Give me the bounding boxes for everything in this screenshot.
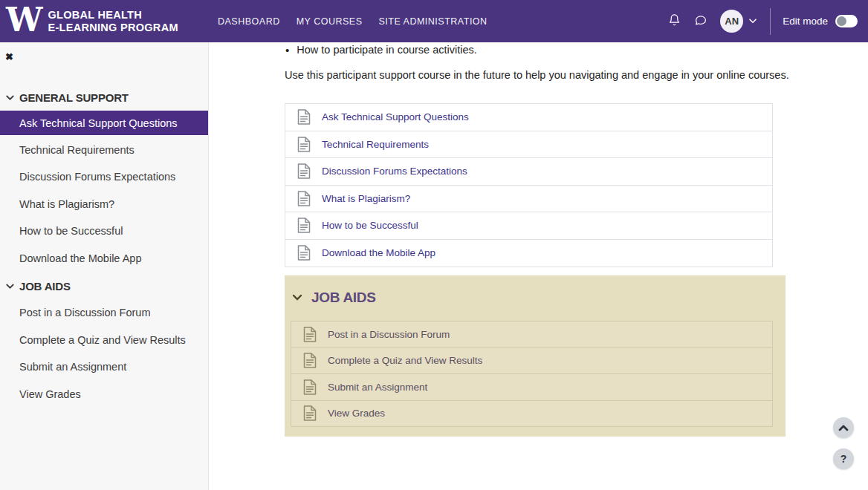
primary-nav: DASHBOARD MY COURSES SITE ADMINISTRATION	[210, 0, 496, 42]
sidebar-item-post-in-a-discussion-forum[interactable]: Post in a Discussion Forum	[0, 299, 208, 327]
sidebar-item-how-to-be-successful[interactable]: How to be Successful	[0, 218, 208, 245]
job-aids-section: JOB AIDS Post in a Discussion Forum	[285, 275, 786, 437]
site-title-line2: E-LEARNING PROGRAM	[48, 22, 178, 34]
file-row: Post in a Discussion Forum	[291, 321, 773, 348]
sidebar-section-title: JOB AIDS	[19, 280, 71, 293]
file-row: What is Plagiarism?	[285, 186, 772, 213]
user-menu-button[interactable]: AN	[720, 10, 757, 33]
sidebar-section-job-aids-items: Post in a Discussion Forum Complete a Qu…	[0, 299, 208, 408]
top-navbar: W GLOBAL HEALTH E-LEARNING PROGRAM DASHB…	[0, 0, 868, 42]
header-divider	[770, 8, 771, 35]
file-row: Complete a Quiz and View Results	[291, 347, 773, 375]
bullet-text: How to participate in course activities.	[297, 44, 477, 56]
help-button[interactable]: ?	[833, 448, 854, 469]
file-link-view-grades[interactable]: View Grades	[328, 408, 385, 419]
course-index-sidebar: ✖ GENERAL SUPPORT Ask Technical Support …	[0, 42, 209, 490]
edit-mode-label: Edit mode	[783, 16, 828, 27]
page: W GLOBAL HEALTH E-LEARNING PROGRAM DASHB…	[0, 0, 868, 490]
sidebar-item-complete-a-quiz-and-view-results[interactable]: Complete a Quiz and View Results	[0, 327, 208, 354]
chat-bubble-icon	[694, 14, 707, 29]
file-link-how-to-be-successful[interactable]: How to be Successful	[322, 220, 418, 231]
close-drawer-button[interactable]: ✖	[5, 52, 13, 62]
file-link-discussion-forums-expectations[interactable]: Discussion Forums Expectations	[322, 166, 467, 177]
document-icon	[297, 191, 311, 206]
sidebar-item-discussion-forums-expectations[interactable]: Discussion Forums Expectations	[0, 163, 208, 191]
file-link-post-in-a-discussion-forum[interactable]: Post in a Discussion Forum	[328, 329, 450, 340]
header-right-controls: AN Edit mode	[661, 0, 858, 42]
sidebar-section-general-support[interactable]: GENERAL SUPPORT	[6, 89, 208, 105]
sidebar-section-general-support-items: Ask Technical Support Questions Technica…	[0, 111, 208, 272]
nav-dashboard[interactable]: DASHBOARD	[210, 16, 288, 27]
document-icon	[303, 353, 317, 368]
site-logo[interactable]: W GLOBAL HEALTH E-LEARNING PROGRAM	[0, 7, 178, 36]
file-link-download-the-mobile-app[interactable]: Download the Mobile App	[322, 247, 435, 258]
back-to-top-button[interactable]	[833, 417, 854, 438]
intro-paragraph: Use this participant support course in t…	[285, 68, 805, 82]
toggle-knob-icon	[837, 16, 846, 26]
job-aids-title: JOB AIDS	[311, 290, 376, 306]
file-link-submit-an-assignment[interactable]: Submit an Assignment	[328, 382, 427, 393]
document-icon	[303, 379, 317, 395]
messages-button[interactable]	[687, 14, 714, 29]
notifications-button[interactable]	[661, 13, 687, 29]
bullet-list-item: • How to participate in course activitie…	[285, 42, 477, 57]
job-aids-section-header[interactable]: JOB AIDS	[292, 290, 376, 306]
sidebar-item-submit-an-assignment[interactable]: Submit an Assignment	[0, 353, 208, 381]
file-row: How to be Successful	[285, 212, 772, 240]
file-row: View Grades	[291, 400, 773, 428]
edit-mode-toggle[interactable]	[835, 15, 858, 27]
file-link-ask-technical-support-questions[interactable]: Ask Technical Support Questions	[322, 111, 469, 122]
nav-my-courses[interactable]: MY COURSES	[288, 16, 371, 27]
bullet-dot: •	[285, 44, 289, 56]
file-row: Download the Mobile App	[285, 240, 772, 267]
chevron-up-icon	[838, 422, 849, 434]
job-aids-file-list: Post in a Discussion Forum Complete a Qu…	[291, 321, 773, 427]
file-row: Technical Requirements	[285, 131, 772, 159]
site-title-line1: GLOBAL HEALTH	[48, 9, 178, 22]
sidebar-section-job-aids[interactable]: JOB AIDS	[6, 278, 208, 294]
document-icon	[303, 327, 317, 342]
file-link-technical-requirements[interactable]: Technical Requirements	[322, 139, 429, 150]
sidebar-item-what-is-plagiarism[interactable]: What is Plagiarism?	[0, 191, 208, 218]
sidebar-item-ask-technical-support-questions[interactable]: Ask Technical Support Questions	[0, 111, 208, 135]
chevron-down-icon	[6, 91, 14, 104]
question-mark-icon: ?	[841, 453, 847, 465]
chevron-down-icon	[292, 291, 302, 304]
general-support-file-list: Ask Technical Support Questions Technica…	[285, 103, 773, 267]
close-icon: ✖	[5, 51, 13, 62]
avatar: AN	[720, 10, 743, 33]
sidebar-item-download-the-mobile-app[interactable]: Download the Mobile App	[0, 245, 208, 272]
document-icon	[297, 245, 311, 261]
sidebar-item-technical-requirements[interactable]: Technical Requirements	[0, 137, 208, 164]
document-icon	[303, 405, 317, 421]
document-icon	[297, 137, 311, 152]
uw-w-logo-icon: W	[6, 4, 42, 36]
nav-site-administration[interactable]: SITE ADMINISTRATION	[371, 16, 496, 27]
chevron-down-icon	[6, 279, 14, 293]
sidebar-section-title: GENERAL SUPPORT	[19, 91, 129, 104]
file-row: Discussion Forums Expectations	[285, 158, 772, 186]
site-title: GLOBAL HEALTH E-LEARNING PROGRAM	[48, 9, 178, 34]
bell-icon	[668, 13, 681, 29]
file-link-complete-a-quiz-and-view-results[interactable]: Complete a Quiz and View Results	[328, 355, 482, 366]
document-icon	[297, 218, 311, 233]
course-content: • How to participate in course activitie…	[209, 42, 868, 490]
sidebar-item-view-grades[interactable]: View Grades	[0, 381, 208, 408]
file-row: Ask Technical Support Questions	[285, 104, 772, 131]
chevron-down-icon	[749, 19, 757, 24]
file-row: Submit an Assignment	[291, 373, 773, 401]
document-icon	[297, 163, 311, 179]
file-link-what-is-plagiarism[interactable]: What is Plagiarism?	[322, 193, 410, 204]
document-icon	[297, 109, 311, 125]
